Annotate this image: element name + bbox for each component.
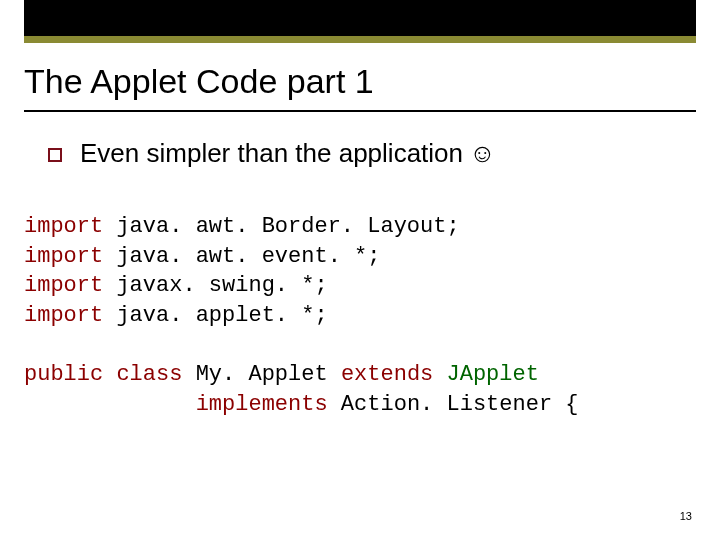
bullet-row: Even simpler than the application ☺: [48, 138, 496, 169]
kw-import: import: [24, 273, 103, 298]
top-bar-olive: [24, 36, 696, 43]
code-line-4: java. applet. *;: [103, 303, 327, 328]
code-impl-rest: Action. Listener {: [328, 392, 579, 417]
code-classdecl: public class My. Applet extends JApplet …: [24, 360, 579, 419]
kw-import: import: [24, 214, 103, 239]
kw-extends: extends: [341, 362, 433, 387]
kw-class: class: [116, 362, 182, 387]
code-indent: [24, 392, 196, 417]
slide-number: 13: [680, 510, 692, 522]
smile-icon: ☺: [469, 138, 496, 169]
code-imports: import java. awt. Border. Layout; import…: [24, 212, 460, 331]
bullet-text: Even simpler than the application: [80, 138, 463, 169]
square-bullet-icon: [48, 148, 62, 162]
code-cls-name: JApplet: [433, 362, 539, 387]
kw-implements: implements: [196, 392, 328, 417]
kw-import: import: [24, 244, 103, 269]
code-cls-pre: My. Applet: [182, 362, 340, 387]
slide-title: The Applet Code part 1: [24, 62, 374, 101]
kw-public: public: [24, 362, 103, 387]
code-line-3: javax. swing. *;: [103, 273, 327, 298]
kw-import: import: [24, 303, 103, 328]
code-line-1: java. awt. Border. Layout;: [103, 214, 459, 239]
code-line-2: java. awt. event. *;: [103, 244, 380, 269]
top-bar-black: [24, 0, 696, 36]
title-underline: [24, 110, 696, 112]
